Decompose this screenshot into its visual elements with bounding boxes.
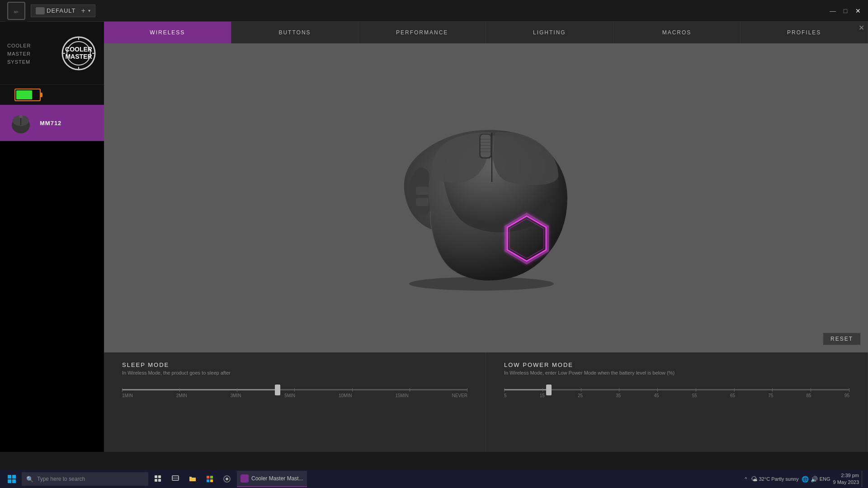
svg-text:MASTER: MASTER — [65, 53, 92, 60]
low-power-label-3: 35 — [616, 393, 621, 398]
taskbar-quick-icons — [150, 471, 235, 487]
profile-name: DEFAULT — [47, 7, 76, 14]
clock-date: 9 May 2023 — [833, 479, 859, 486]
photos-button[interactable] — [219, 471, 235, 487]
mouse-preview-area: RESET — [104, 43, 868, 352]
svg-point-44 — [226, 478, 228, 480]
tab-lighting[interactable]: LIGHTING — [486, 22, 613, 43]
tab-macros[interactable]: MACROS — [613, 22, 741, 43]
svg-rect-30 — [12, 475, 16, 479]
brand-text: COOLER MASTER SYSTEM — [7, 43, 31, 65]
store-button[interactable] — [202, 471, 218, 487]
minimize-button[interactable]: — — [828, 6, 837, 15]
mouse-3d-svg — [373, 103, 599, 293]
tab-buttons[interactable]: BUTTONS — [231, 22, 359, 43]
settings-panels: SLEEP MODE In Wireless Mode, the product… — [104, 352, 868, 452]
sleep-label-6: NEVER — [452, 393, 467, 398]
svg-rect-28 — [416, 198, 429, 206]
low-power-label-0: 5 — [504, 393, 507, 398]
profile-dropdown-chevron[interactable]: ▾ — [88, 8, 90, 13]
svg-rect-40 — [210, 476, 213, 479]
coolermaster-taskbar-app[interactable]: Cooler Master Mast... — [237, 471, 307, 487]
coolermaster-app-icon — [241, 474, 249, 483]
sleep-label-4: 10MIN — [339, 393, 352, 398]
sleep-label-3: 5MIN — [284, 393, 295, 398]
search-placeholder-text: Type here to search — [37, 476, 85, 482]
svg-rect-27 — [416, 187, 429, 195]
sleep-mode-labels: 1MIN 2MIN 3MIN 5MIN 10MIN 15MIN NEVER — [122, 393, 467, 398]
system-tray: ^ 🌤 32°C Partly sunny — [743, 475, 798, 483]
app-logo: M+ — [5, 0, 27, 22]
widgets-button[interactable] — [167, 471, 184, 487]
profile-picture-icon — [36, 7, 45, 14]
speaker-icon: 🔊 — [811, 476, 818, 483]
profile-section[interactable]: DEFAULT + ▾ — [31, 5, 95, 17]
low-power-label-6: 65 — [730, 393, 735, 398]
taskbar-right: ^ 🌤 32°C Partly sunny 🌐 🔊 ENG 2:39 pm 9 … — [743, 471, 864, 487]
tab-profiles[interactable]: PROFILES — [741, 22, 868, 43]
weather-text: 32°C Partly sunny — [759, 476, 799, 482]
low-power-label-4: 45 — [654, 393, 659, 398]
sleep-mode-desc: In Wireless Mode, the product goes to sl… — [122, 370, 467, 375]
low-power-desc: In Wireless Mode, enter Low Power Mode w… — [504, 370, 849, 375]
clock-time: 2:39 pm — [833, 472, 859, 479]
svg-rect-33 — [155, 475, 157, 478]
title-bar-left: M+ DEFAULT + ▾ — [5, 0, 95, 22]
svg-rect-18 — [481, 135, 491, 157]
low-power-track — [504, 389, 849, 390]
sleep-label-1: 2MIN — [176, 393, 187, 398]
network-icon: 🌐 — [802, 476, 809, 483]
cooler-master-logo: COOLER MASTER — [61, 35, 97, 71]
close-button[interactable]: ✕ — [854, 6, 863, 15]
tab-performance[interactable]: PERFORMANCE — [359, 22, 486, 43]
sleep-mode-thumb[interactable] — [275, 385, 280, 395]
start-button[interactable] — [4, 471, 20, 487]
device-name: MM712 — [40, 120, 61, 127]
show-desktop-button[interactable] — [862, 471, 864, 487]
content-area: WIRELESS BUTTONS PERFORMANCE LIGHTING MA… — [104, 22, 868, 452]
app-close-x-button[interactable]: ✕ — [859, 23, 864, 32]
sidebar-empty-space — [0, 141, 104, 452]
low-power-label-5: 55 — [692, 393, 697, 398]
maximize-button[interactable]: □ — [841, 6, 850, 15]
svg-rect-32 — [12, 479, 16, 483]
sidebar: COOLER MASTER SYSTEM COOLER MASTER — [0, 22, 104, 452]
title-bar: M+ DEFAULT + ▾ — □ ✕ — [0, 0, 868, 22]
svg-rect-41 — [207, 479, 209, 482]
sleep-mode-title: SLEEP MODE — [122, 361, 467, 368]
low-power-thumb[interactable] — [546, 385, 552, 395]
file-explorer-button[interactable] — [184, 471, 201, 487]
sleep-label-0: 1MIN — [122, 393, 133, 398]
system-tray-icons: 🌐 🔊 ENG — [802, 476, 830, 483]
low-power-label-1: 15 — [540, 393, 545, 398]
battery-fill — [16, 90, 32, 99]
reset-button[interactable]: RESET — [823, 333, 861, 345]
svg-rect-36 — [158, 479, 161, 482]
low-power-labels: 5 15 25 35 45 55 65 75 85 95 — [504, 393, 849, 398]
sleep-mode-track — [122, 389, 467, 390]
sleep-label-2: 3MIN — [230, 393, 241, 398]
svg-rect-29 — [8, 475, 11, 479]
device-thumbnail — [7, 112, 34, 134]
low-power-label-2: 25 — [578, 393, 583, 398]
taskview-button[interactable] — [150, 471, 166, 487]
coolermaster-app-label: Cooler Master Mast... — [251, 475, 303, 482]
low-power-mode-panel: LOW POWER MODE In Wireless Mode, enter L… — [486, 352, 868, 452]
nav-tabs: WIRELESS BUTTONS PERFORMANCE LIGHTING MA… — [104, 22, 868, 43]
low-power-label-8: 85 — [807, 393, 811, 398]
svg-text:COOLER: COOLER — [65, 46, 92, 53]
sidebar-brand: COOLER MASTER SYSTEM — [7, 41, 55, 66]
sleep-label-5: 15MIN — [395, 393, 408, 398]
battery-indicator — [14, 89, 41, 101]
mouse-3d-container — [373, 103, 599, 293]
tab-wireless[interactable]: WIRELESS — [104, 22, 231, 43]
search-bar[interactable]: 🔍 Type here to search — [22, 472, 148, 486]
language-indicator[interactable]: ENG — [820, 476, 830, 482]
device-item-mm712[interactable]: MM712 — [0, 105, 104, 141]
app-logo-inner: M+ — [7, 2, 25, 20]
svg-rect-34 — [158, 475, 161, 478]
clock[interactable]: 2:39 pm 9 May 2023 — [833, 472, 859, 486]
chevron-up-icon[interactable]: ^ — [743, 475, 749, 483]
add-profile-button[interactable]: + — [81, 7, 85, 15]
main-layout: COOLER MASTER SYSTEM COOLER MASTER — [0, 22, 868, 452]
